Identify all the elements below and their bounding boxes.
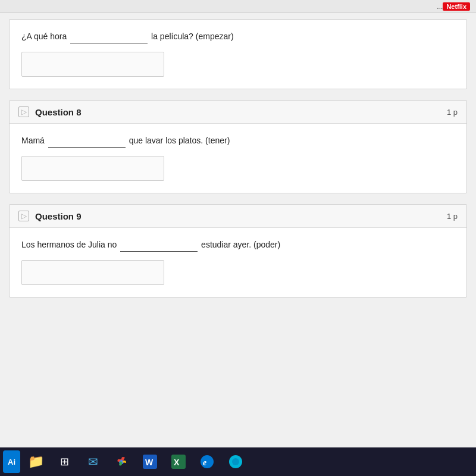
q9-text-before: Los hermanos de Julia no	[21, 240, 117, 249]
question-9-body: Los hermanos de Julia no estudiar ayer. …	[10, 228, 466, 297]
question-9-text: Los hermanos de Julia no estudiar ayer. …	[21, 239, 455, 252]
checkbox-shape: ▷	[21, 108, 27, 116]
question-8-header: ▷ Question 8 1 p	[10, 101, 466, 124]
question-8-card: ▷ Question 8 1 p Mamá que lavar los plat…	[9, 100, 467, 193]
svg-text:W: W	[145, 458, 154, 467]
taskbar-word[interactable]: W	[137, 450, 163, 474]
taskbar-chrome[interactable]	[108, 450, 134, 474]
taskbar-excel[interactable]: X	[165, 450, 192, 474]
question-8-points: 1 p	[447, 108, 458, 117]
question-8-body: Mamá que lavar los platos. (tener)	[10, 124, 466, 193]
question-9-title: Question 9	[35, 211, 82, 221]
partial-text-after: la película? (empezar)	[151, 32, 234, 41]
browser-top-bar: ... Netflix	[0, 0, 476, 13]
question-8-header-left: ▷ Question 8	[18, 107, 82, 117]
question-8-text: Mamá que lavar los platos. (tener)	[21, 134, 455, 148]
question-9-header: ▷ Question 9 1 p	[10, 205, 466, 228]
svg-text:X: X	[174, 458, 180, 467]
taskbar-start-button[interactable]: Ai	[3, 450, 20, 473]
question-9-card: ▷ Question 9 1 p Los hermanos de Julia n…	[9, 204, 467, 298]
excel-icon: X	[171, 455, 186, 469]
partial-question-text: ¿A qué hora la película? (empezar)	[21, 30, 455, 43]
mail-icon: ✉	[88, 455, 98, 469]
q8-blank	[48, 134, 126, 148]
chrome-icon	[114, 455, 129, 469]
svg-point-8	[232, 458, 239, 465]
start-label: Ai	[8, 458, 15, 466]
netflix-badge: Netflix	[443, 2, 470, 11]
q8-text-after: que lavar los platos. (tener)	[129, 136, 230, 145]
edge-icon: e	[200, 455, 214, 469]
file-explorer-icon: 📁	[28, 454, 44, 469]
partial-blank	[70, 30, 148, 43]
question-9-checkbox[interactable]: ▷	[18, 211, 29, 221]
checkbox-shape: ▷	[21, 212, 27, 220]
question-8-title: Question 8	[35, 107, 82, 117]
taskbar-file-explorer[interactable]: 📁	[23, 450, 49, 474]
question-8-answer-input[interactable]	[21, 156, 164, 181]
q9-text-after: estudiar ayer. (poder)	[201, 240, 280, 249]
question-9-points: 1 p	[447, 212, 458, 221]
taskbar: Ai 📁 ⊞ ✉ W X e	[0, 447, 476, 476]
q9-blank	[120, 239, 198, 252]
circle-app-icon	[228, 455, 243, 469]
partial-answer-input[interactable]	[21, 52, 164, 77]
partial-question-card: ¿A qué hora la película? (empezar)	[9, 19, 467, 89]
partial-text-before: ¿A qué hora	[21, 32, 67, 41]
browser-tab-text: ...	[437, 2, 443, 11]
word-icon: W	[143, 455, 157, 469]
question-9-header-left: ▷ Question 9	[18, 211, 82, 221]
svg-text:e: e	[203, 458, 206, 467]
taskbar-start-menu[interactable]: ⊞	[51, 450, 77, 474]
taskbar-circle-app[interactable]	[223, 450, 249, 474]
q8-text-before: Mamá	[21, 136, 45, 145]
taskbar-mail[interactable]: ✉	[80, 450, 106, 474]
question-8-checkbox[interactable]: ▷	[18, 107, 29, 117]
taskbar-edge[interactable]: e	[194, 450, 220, 474]
main-content: ¿A qué hora la película? (empezar) ▷ Que…	[0, 13, 476, 447]
question-9-answer-input[interactable]	[21, 260, 164, 285]
start-menu-icon: ⊞	[60, 455, 69, 468]
